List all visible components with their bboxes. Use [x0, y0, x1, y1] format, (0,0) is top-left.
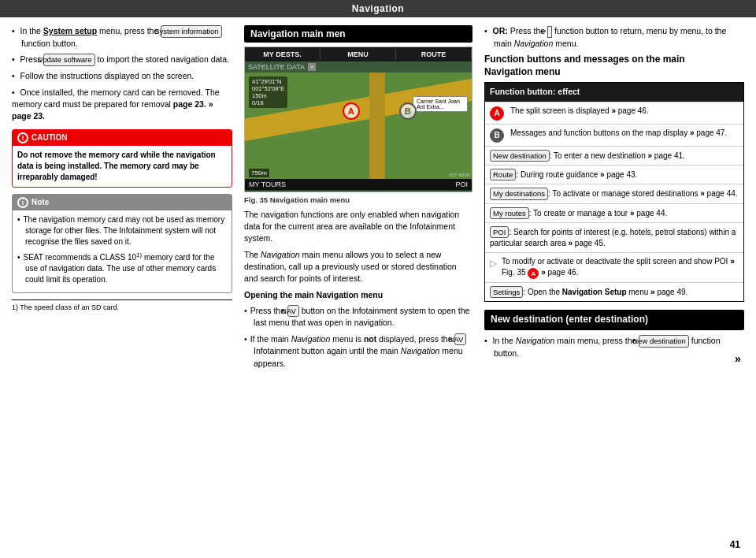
nav-bottom-bar: MY TOURS POI	[245, 179, 472, 190]
nav-btn-mid2[interactable]: NAV	[454, 333, 466, 346]
poi-func-btn[interactable]: POI	[490, 226, 509, 238]
note-item-1: The navigation memory card may not be us…	[17, 214, 227, 247]
poi-label: POI	[455, 180, 468, 188]
image-ref: 837-0506	[450, 173, 469, 177]
road-vertical	[369, 73, 385, 179]
satellite-label: SATELLITE DATA	[248, 63, 305, 71]
fig-caption: Fig. 35 Navigation main menu	[244, 195, 472, 204]
page: Navigation In the System setup menu, pre…	[0, 0, 756, 558]
tab-route[interactable]: ROUTE	[396, 49, 472, 60]
left-bullet-2: Press Update software to import the stor…	[12, 54, 232, 66]
close-icon[interactable]: ✕	[308, 63, 316, 71]
func-row-new-dest: New destination: To enter a new destinat…	[485, 146, 743, 165]
back-func-btn[interactable]: ↩	[547, 26, 552, 38]
note-label: Note	[32, 198, 49, 206]
my-tours-label: MY TOURS	[249, 180, 286, 188]
middle-column: Navigation main men MY DESTS. MENU ROUTE…	[244, 25, 472, 534]
func-table-header: Function button: effect	[485, 83, 743, 101]
route-btn[interactable]: Route	[490, 169, 516, 180]
func-row-b: B Messages and function buttons on the m…	[485, 124, 743, 146]
note-icon: i	[17, 197, 28, 208]
update-software-btn[interactable]: Update software	[43, 54, 94, 66]
func-row-b-text: Messages and function buttons on the map…	[510, 128, 739, 139]
func-row-my-routes: My routes: To create or manage a tour » …	[485, 203, 743, 222]
caution-box: ! CAUTION Do not remove the memory card …	[12, 129, 232, 188]
right-body: OR: Press the ↩ function button to retur…	[484, 25, 744, 359]
circle-a-icon: A	[490, 106, 504, 121]
middle-body: The navigation functions are only enable…	[244, 209, 472, 370]
my-dest-btn[interactable]: My destinations	[490, 188, 548, 199]
func-table: Function button: effect A The split scre…	[484, 82, 744, 302]
fig-label: Fig. 35	[244, 195, 268, 204]
func-row-a-text: The split screen is displayed » page 46.	[510, 106, 739, 117]
func-section-title: Function buttons and messages on the mai…	[484, 54, 744, 78]
footnote-text: 1) The speed class of an SD card.	[12, 303, 119, 311]
left-column: In the System setup menu, press the Syst…	[12, 25, 232, 534]
page-header: Navigation	[0, 0, 756, 17]
new-dest-btn[interactable]: New destination	[490, 150, 550, 162]
nav-btn-mid[interactable]: NAV	[287, 305, 299, 318]
arrow-icon: ▷	[490, 257, 497, 270]
caution-header: ! CAUTION	[13, 130, 232, 146]
mid-para-2: The Navigation main menu allows you to s…	[244, 249, 472, 285]
func-row-a: A The split screen is displayed » page 4…	[485, 102, 743, 124]
page-title: Navigation	[352, 3, 404, 14]
page-number: 41	[730, 539, 740, 550]
footnote: 1) The speed class of an SD card.	[12, 299, 232, 311]
func-row-poi: POI: Search for points of interest (e.g.…	[485, 222, 743, 252]
my-routes-btn[interactable]: My routes	[490, 207, 529, 219]
nav-image: MY DESTS. MENU ROUTE SATELLITE DATA ✕ 41…	[244, 46, 472, 192]
dest-body: In the Navigation main menu, press the N…	[484, 335, 744, 359]
left-bullet-3: Follow the instructions displayed on the…	[12, 70, 232, 82]
dest-bullet: In the Navigation main menu, press the N…	[484, 335, 744, 359]
tab-my-dests[interactable]: MY DESTS.	[245, 49, 321, 60]
opening-heading: Opening the main Navigation menu	[244, 289, 472, 301]
nav-top-bar: MY DESTS. MENU ROUTE	[245, 47, 472, 61]
map-view: 41°29'01"N001°52'08"E150m0/16 Carrier Sa…	[245, 73, 472, 179]
left-bullets: In the System setup menu, press the Syst…	[12, 25, 232, 82]
nav-main-menu-title: Navigation main men	[244, 25, 472, 43]
map-circle-b: B	[399, 102, 417, 120]
opening-bullet-2: If the main Navigation menu is not displ…	[244, 333, 472, 370]
left-bullet-1: In the System setup menu, press the Syst…	[12, 25, 232, 50]
coord-display: 41°29'01"N001°52'08"E150m0/16	[249, 76, 287, 108]
caution-body: Do not remove the memory card while the …	[13, 146, 232, 187]
note-header: i Note	[13, 195, 232, 210]
page-content: In the System setup menu, press the Syst…	[0, 17, 756, 542]
opening-bullet-1: Press the NAV button on the Infotainment…	[244, 305, 472, 329]
func-row-settings: Settings: Open the Navigation Setup menu…	[485, 282, 743, 301]
note-box: i Note The navigation memory card may no…	[12, 194, 232, 293]
mid-para-1: The navigation functions are only enable…	[244, 209, 472, 245]
func-row-my-dest: My destinations: To activate or manage s…	[485, 184, 743, 203]
func-row-arrow: ▷ To modify or activate or deactivate th…	[485, 252, 743, 282]
new-dest-func-btn[interactable]: New destination	[639, 335, 689, 348]
satellite-data-bar: SATELLITE DATA ✕	[245, 61, 472, 73]
or-bullet: OR: Press the ↩ function button to retur…	[484, 25, 744, 50]
circle-b-icon: B	[490, 128, 504, 143]
fig-circle-a: A	[528, 268, 539, 279]
caution-label: CAUTION	[32, 133, 68, 142]
caution-icon: !	[17, 132, 28, 143]
map-circle-a: A	[343, 102, 360, 120]
system-info-btn[interactable]: System information	[161, 25, 221, 38]
note-body: The navigation memory card may not be us…	[13, 210, 232, 292]
func-row-route: Route: During route guidance » page 43.	[485, 165, 743, 184]
once-installed-text: Once installed, the memory card can be r…	[12, 87, 232, 123]
right-column: OR: Press the ↩ function button to retur…	[484, 25, 744, 534]
fig-desc: Navigation main menu	[270, 195, 350, 204]
map-distance: 750m	[249, 169, 269, 177]
note-item-2: SEAT recommends a CLASS 101) memory card…	[17, 251, 227, 285]
dest-section-title: New destination (enter destination)	[484, 310, 744, 329]
tab-menu[interactable]: MENU	[321, 49, 396, 60]
settings-func-btn[interactable]: Settings	[490, 286, 523, 298]
callout-box: Carrier Sant JoanAnt Extra...	[413, 96, 468, 112]
